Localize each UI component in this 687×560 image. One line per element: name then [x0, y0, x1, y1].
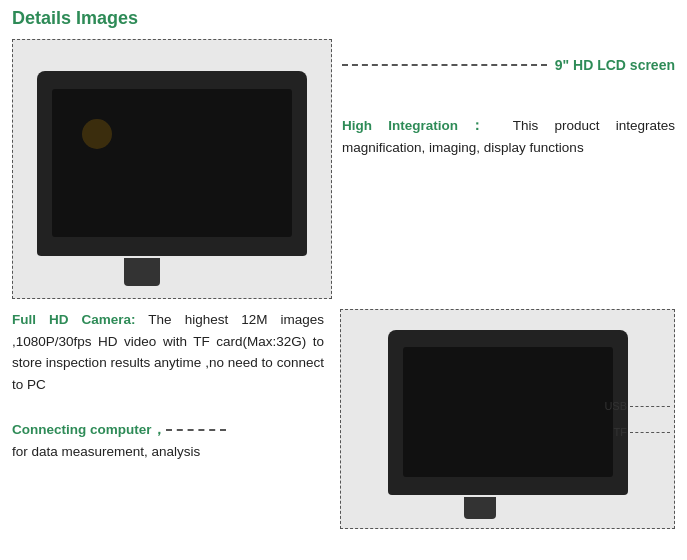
- page-title: Details Images: [12, 8, 675, 29]
- usb-line: [630, 406, 670, 407]
- connecting-sub-text: for data measurement, analysis: [12, 441, 324, 463]
- spacer3: [12, 395, 324, 405]
- monitor-stand-bottom: [464, 497, 496, 519]
- monitor-image-bottom: USB TF: [340, 309, 675, 529]
- top-right-description: 9" HD LCD screen High Integration： This …: [342, 39, 675, 158]
- monitor-stand-top: [124, 258, 160, 286]
- high-integration-block: High Integration： This product integrate…: [342, 115, 675, 158]
- page-container: Details Images 9" HD LCD screen: [0, 0, 687, 537]
- lcd-label: 9" HD LCD screen: [555, 57, 675, 73]
- monitor-screen-bottom: [403, 347, 613, 477]
- dashed-line-top-connector: [342, 64, 547, 66]
- spacer1: [342, 79, 675, 97]
- monitor-screen-top: [52, 89, 292, 237]
- monitor-image-top: [12, 39, 332, 299]
- spacer2: [342, 97, 675, 115]
- section-top: 9" HD LCD screen High Integration： This …: [12, 39, 675, 299]
- usb-port-label: USB: [604, 400, 670, 412]
- connecting-label: Connecting computer，: [12, 419, 166, 441]
- connecting-block: Connecting computer，: [12, 419, 324, 441]
- monitor-body-top: [37, 71, 307, 256]
- blank-line-small: [12, 405, 324, 411]
- lcd-label-row: 9" HD LCD screen: [342, 57, 675, 73]
- tf-port-label: TF: [614, 426, 670, 438]
- full-hd-label: Full HD Camera:: [12, 312, 136, 327]
- connecting-dashed-line: [166, 429, 226, 431]
- full-hd-block: Full HD Camera: The highest 12M images ,…: [12, 309, 324, 395]
- bottom-left-description: Full HD Camera: The highest 12M images ,…: [12, 309, 332, 463]
- monitor-body-bottom: [388, 330, 628, 495]
- tf-line: [630, 432, 670, 433]
- port-labels: USB TF: [604, 400, 670, 438]
- section-bottom: Full HD Camera: The highest 12M images ,…: [12, 309, 675, 529]
- high-integration-label: High Integration：: [342, 118, 497, 133]
